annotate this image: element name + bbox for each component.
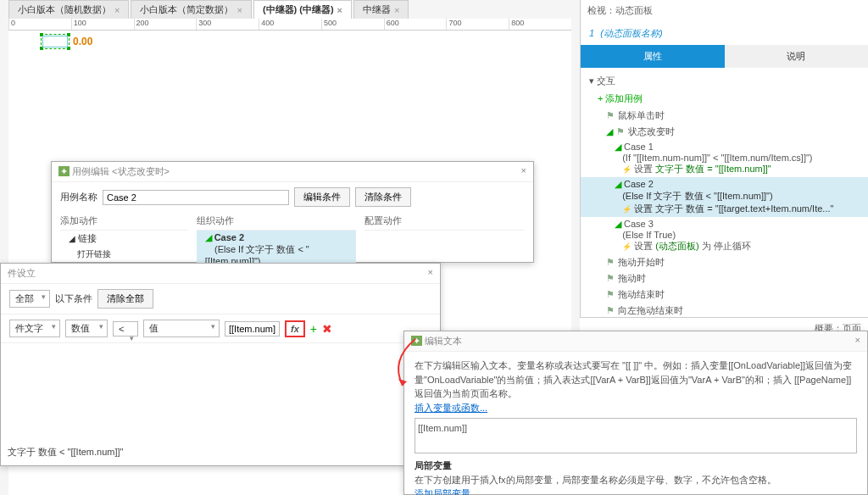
tab-1[interactable]: 小白版本（随机数据）×	[8, 0, 129, 19]
close-icon[interactable]: ×	[337, 5, 342, 15]
event-statechange[interactable]: ◢⚑状态改变时	[589, 124, 860, 140]
add-local-var-link[interactable]: 添加局部变量	[415, 488, 470, 495]
flag-icon: ⚑	[606, 273, 615, 284]
local-var-desc: 在下方创建用于插入fx的局部变量，局部变量名称必须是字母、数字，不允许包含空格。	[415, 473, 857, 487]
event-drag[interactable]: ⚑拖动时	[589, 270, 860, 286]
flag-icon: ⚑	[606, 110, 615, 121]
inspector-tabs: 属性 说明	[581, 45, 868, 68]
condition-dialog: 件设立× 全部 以下条件 清除全部 件文字 数值 < 值 fx + ✖ 文字于 …	[0, 263, 441, 466]
local-var-heading: 局部变量	[415, 459, 857, 473]
close-icon[interactable]: ×	[236, 5, 242, 15]
app-icon: ✦	[58, 166, 70, 176]
close-icon[interactable]: ×	[114, 5, 120, 15]
event-dragstart[interactable]: ⚑拖动开始时	[589, 254, 860, 270]
insert-var-link[interactable]: 插入变量或函数...	[415, 403, 487, 413]
tab-2[interactable]: 小白版本（简定数据）×	[131, 0, 251, 19]
clear-condition-button[interactable]: 清除条件	[355, 187, 411, 207]
fx-button[interactable]: fx	[285, 320, 305, 337]
case-editor-dialog: ✦ 用例编辑 <状态改变时>× 用例名称 编辑条件 清除条件 添加动作 ◢ 链接…	[51, 161, 534, 263]
flag-icon: ⚑	[606, 257, 615, 268]
flag-icon: ⚑	[606, 289, 615, 300]
dialog-title: 用例编辑 <状态改变时>	[72, 166, 170, 176]
flag-icon: ⚑	[616, 126, 625, 137]
app-icon: ✦	[411, 336, 422, 346]
edit-text-dialog: ✦ 编辑文本× 在下方编辑区输入文本。变量名称或表达式要写在 "[[ ]]" 中…	[403, 331, 868, 495]
value-input[interactable]	[225, 321, 280, 336]
event-dragend[interactable]: ⚑拖动结束时	[589, 286, 860, 303]
tab-3[interactable]: (中继器) (中继器)×	[253, 0, 352, 19]
widget-value-label: 0.00	[73, 36, 92, 47]
tab-properties[interactable]: 属性	[581, 45, 725, 68]
delete-icon[interactable]: ✖	[322, 322, 332, 336]
match-select[interactable]: 全部	[9, 290, 50, 308]
chevron-down-icon: ◢	[606, 126, 613, 137]
case-2-selected[interactable]: ◢ Case 2 (Else If 文字于 数值 < "[[Item.num]]…	[581, 177, 868, 217]
op-select[interactable]: <	[113, 321, 138, 336]
section-interactions: ▾ 交互	[589, 72, 860, 90]
clear-all-button[interactable]: 清除全部	[97, 289, 153, 309]
casename-input[interactable]	[103, 190, 289, 205]
tree-link[interactable]: ◢ 链接	[60, 231, 188, 247]
expression-textarea[interactable]: [[Item.num]]	[415, 418, 857, 453]
type-select[interactable]: 件文字	[9, 320, 60, 337]
description-text: 在下方编辑区输入文本。变量名称或表达式要写在 "[[ ]]" 中。例如：插入变量…	[415, 359, 857, 401]
widget-name[interactable]: 1 (动态面板名称)	[581, 21, 868, 45]
target-select[interactable]: 数值	[65, 320, 108, 337]
widget-box[interactable]	[42, 36, 68, 47]
col-config: 配置动作	[364, 212, 525, 231]
plus-icon[interactable]: +	[310, 322, 317, 336]
case-3[interactable]: ◢ Case 3 (Else If True) 设置 (动态面板) 为 停止循环	[589, 217, 860, 254]
tab-notes[interactable]: 说明	[725, 45, 869, 68]
valtype-select[interactable]: 值	[143, 320, 220, 337]
inspector-title: 检视：动态面板	[581, 0, 868, 21]
editor-tabs: 小白版本（随机数据）× 小白版本（简定数据）× (中继器) (中继器)× 中继器…	[8, 0, 409, 19]
edit-condition-button[interactable]: 编辑条件	[294, 187, 350, 207]
close-icon[interactable]: ×	[521, 165, 526, 178]
tree-openlink[interactable]: 打开链接	[60, 247, 188, 262]
dialog-title: 编辑文本	[425, 336, 462, 346]
ruler-horizontal: 0100200300400500600700800	[8, 19, 571, 31]
condition-output: 文字于 数值 < "[[Item.num]]"	[8, 446, 123, 459]
cond-label: 以下条件	[55, 292, 92, 305]
dialog-title: 件设立	[8, 267, 36, 280]
close-icon[interactable]: ×	[394, 5, 399, 15]
event-click[interactable]: ⚑鼠标单击时	[589, 108, 860, 124]
flag-icon: ⚑	[606, 305, 615, 316]
tab-4[interactable]: 中继器×	[353, 0, 409, 19]
label-casename: 用例名称	[60, 191, 97, 203]
close-icon[interactable]: ×	[428, 267, 433, 280]
case-1[interactable]: ◢ Case 1 (If "[[Item.num-num]]" < "[[Ite…	[589, 140, 860, 177]
col-add-action: 添加动作	[60, 212, 188, 231]
col-organize: 组织动作	[197, 212, 357, 231]
add-case-link[interactable]: 添加用例	[589, 90, 860, 108]
close-icon[interactable]: ×	[855, 335, 860, 348]
